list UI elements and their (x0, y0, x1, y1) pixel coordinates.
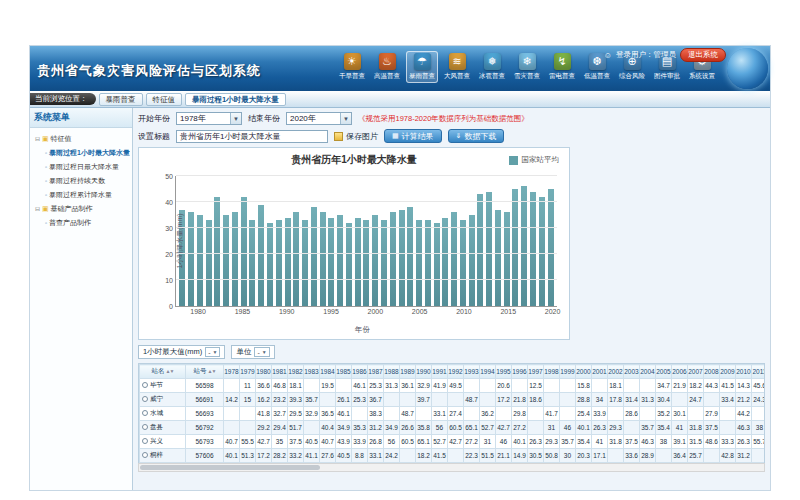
value-cell: 50.8 (543, 449, 559, 463)
col-header-year[interactable]: 1980 (255, 365, 271, 379)
col-header-year[interactable]: 2005 (655, 365, 671, 379)
col-header-year[interactable]: 1987 (367, 365, 383, 379)
main-panel: 开始年份 1978年 ▼ 结束年份 2020年 ▼ 《规范采用1978-2020… (133, 108, 770, 490)
col-header-year[interactable]: 1992 (447, 365, 463, 379)
col-header-year[interactable]: 1999 (559, 365, 575, 379)
value-cell: 48.7 (463, 393, 479, 407)
nav-item-3[interactable]: ☂ 暴雨普查 (406, 51, 438, 83)
row-radio[interactable] (142, 424, 148, 430)
save-image-button[interactable]: 保存图片 (334, 131, 378, 142)
chart-title-input[interactable]: 贵州省历年1小时最大降水量 (176, 130, 328, 143)
col-header-year[interactable]: 2009 (719, 365, 735, 379)
col-header-year[interactable]: 2010 (735, 365, 751, 379)
table-row[interactable]: 威宁5669114.21516.223.239.335.726.125.336.… (139, 393, 765, 407)
col-header-station[interactable]: 站名▲▼ (139, 365, 185, 379)
col-header-year[interactable]: 1995 (495, 365, 511, 379)
nav-item-1[interactable]: ☀ 干旱普查 (336, 51, 368, 83)
calc-result-button[interactable]: ▦ 计算结果 (384, 129, 442, 143)
scrollbar-thumb[interactable] (140, 465, 320, 470)
row-radio[interactable] (142, 382, 148, 388)
chevron-down-icon: ▼ (230, 113, 241, 124)
value-cell: 42.7 (495, 421, 511, 435)
col-header-year[interactable]: 2000 (575, 365, 591, 379)
sort-icon[interactable]: ▲▼ (166, 368, 174, 374)
nav-item-6[interactable]: ❄ 雪灾普查 (511, 51, 543, 83)
row-radio[interactable] (142, 396, 148, 402)
col-header-year[interactable]: 1994 (479, 365, 495, 379)
bar-1998 (355, 218, 361, 306)
col-header-id[interactable]: 站号▲▼ (185, 365, 223, 379)
logout-button[interactable]: 退出系统 (680, 48, 726, 62)
horizontal-scrollbar[interactable] (138, 463, 765, 472)
col-header-year[interactable]: 1996 (511, 365, 527, 379)
col-header-year[interactable]: 2007 (687, 365, 703, 379)
table-row[interactable]: 盘县5679229.229.451.740.434.935.331.234.92… (139, 421, 765, 435)
col-header-year[interactable]: 2001 (591, 365, 607, 379)
col-header-year[interactable]: 1985 (335, 365, 351, 379)
row-radio[interactable] (142, 452, 148, 458)
breadcrumb-tab[interactable]: 暴雨普查 (99, 93, 143, 106)
col-header-year[interactable]: 1989 (399, 365, 415, 379)
tree-group[interactable]: ⊟ ▣ 基础产品制作 (32, 202, 130, 216)
nav-item-7[interactable]: ↯ 雷电普查 (546, 51, 578, 83)
legend-swatch (509, 156, 518, 165)
col-header-year[interactable]: 2004 (639, 365, 655, 379)
table-row[interactable]: 兴义5679340.755.542.73537.540.540.743.933.… (139, 435, 765, 449)
station-name-cell: 盘县 (139, 421, 185, 435)
col-header-year[interactable]: 1998 (543, 365, 559, 379)
col-header-year[interactable]: 1988 (383, 365, 399, 379)
tree-item[interactable]: ▫ 暴雨过程持续天数 (32, 174, 130, 188)
station-id-cell: 57606 (185, 449, 223, 463)
value-cell: 38.3 (367, 407, 383, 421)
nav-item-4[interactable]: ≋ 大风普查 (441, 51, 473, 83)
col-header-year[interactable]: 1990 (415, 365, 431, 379)
tree-group[interactable]: ⊟ ▣ 特征值 (32, 132, 130, 146)
breadcrumb-tab[interactable]: 暴雨过程1小时最大降水量 (185, 93, 286, 106)
col-header-year[interactable]: 1982 (287, 365, 303, 379)
col-header-year[interactable]: 2008 (703, 365, 719, 379)
col-header-year[interactable]: 1997 (527, 365, 543, 379)
col-header-year[interactable]: 2003 (623, 365, 639, 379)
col-header-year[interactable]: 1981 (271, 365, 287, 379)
sort-icon[interactable]: ▲▼ (208, 368, 216, 374)
col-header-year[interactable]: 1979 (239, 365, 255, 379)
tree-item[interactable]: ▫ 暴雨过程1小时最大降水量 (32, 146, 130, 160)
value-cell: 20.3 (575, 449, 591, 463)
col-header-year[interactable]: 1993 (463, 365, 479, 379)
col-header-year[interactable]: 1991 (431, 365, 447, 379)
value-cell: 14.2 (223, 393, 239, 407)
rainfall-bar-chart: 贵州省历年1小时最大降水量 国家站平均 1小时降水量(mm) 010203040… (138, 147, 570, 340)
nav-item-2[interactable]: ♨ 高温普查 (371, 51, 403, 83)
value-cell: 14.3 (735, 379, 751, 393)
value-cell: 20.6 (495, 379, 511, 393)
tree-item[interactable]: ▫ 暴雨过程累计降水量 (32, 188, 130, 202)
table-row[interactable]: 水城5669341.832.729.532.936.546.138.348.73… (139, 407, 765, 421)
chart-legend[interactable]: 国家站平均 (509, 155, 559, 165)
col-header-year[interactable]: 2011 (751, 365, 765, 379)
table-row[interactable]: 毕节565981136.646.818.119.546.125.331.336.… (139, 379, 765, 393)
tree-item[interactable]: ▫ 普查产品制作 (32, 216, 130, 230)
end-year-select[interactable]: 2020年 ▼ (286, 112, 352, 125)
col-header-year[interactable]: 1978 (223, 365, 239, 379)
col-header-year[interactable]: 1986 (351, 365, 367, 379)
nav-item-5[interactable]: ❅ 冰雹普查 (476, 51, 508, 83)
station-table-wrap: 站名▲▼站号▲▼19781979198019811982198319841985… (138, 363, 765, 463)
row-radio[interactable] (142, 410, 148, 416)
table-row[interactable]: 桐梓5760640.151.317.228.233.241.127.640.58… (139, 449, 765, 463)
tree-collapse-icon[interactable]: ⊟ (35, 206, 40, 212)
start-year-value: 1978年 (180, 113, 206, 124)
data-download-button[interactable]: ⇓ 数据下载 (448, 129, 505, 143)
col-header-year[interactable]: 2002 (607, 365, 623, 379)
tree-item[interactable]: ▫ 暴雨过程日最大降水量 (32, 160, 130, 174)
tree-collapse-icon[interactable]: ⊟ (35, 136, 40, 142)
value-cell: 48.7 (399, 407, 415, 421)
row-radio[interactable] (142, 438, 148, 444)
start-year-select[interactable]: 1978年 ▼ (176, 112, 242, 125)
col-header-year[interactable]: 2006 (671, 365, 687, 379)
metric-filter-select[interactable]: - ▼ (205, 347, 220, 357)
unit-filter-select[interactable]: - ▼ (254, 347, 269, 357)
col-header-year[interactable]: 1984 (319, 365, 335, 379)
leaf-icon: ▫ (45, 164, 47, 170)
col-header-year[interactable]: 1983 (303, 365, 319, 379)
breadcrumb-tab[interactable]: 特征值 (146, 93, 183, 106)
